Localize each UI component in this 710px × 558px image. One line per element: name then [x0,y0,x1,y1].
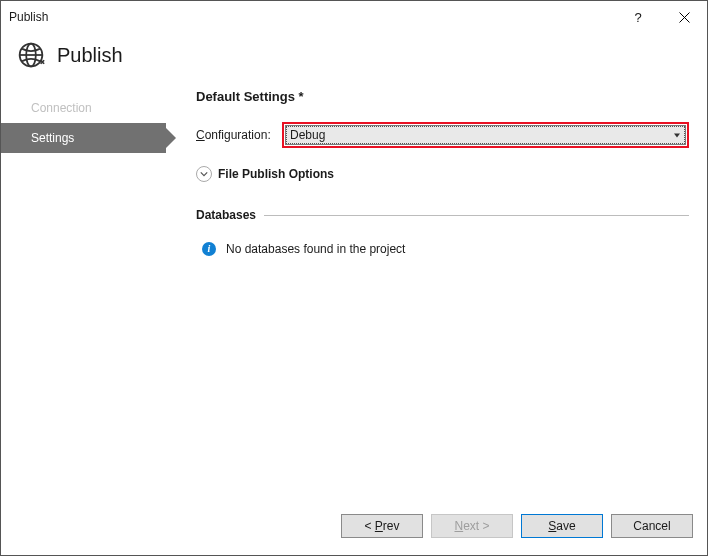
next-button: Next > [431,514,513,538]
sidebar-item-settings[interactable]: Settings [1,123,166,153]
dialog-footer: < Prev Next > Save Cancel [1,505,707,555]
configuration-highlight: Debug [282,122,689,148]
close-button[interactable] [661,1,707,33]
databases-message: No databases found in the project [226,242,405,256]
expander-toggle[interactable] [196,166,212,182]
configuration-row: Configuration: Debug [196,122,689,148]
sidebar-item-label: Settings [31,131,74,145]
file-publish-options-expander[interactable]: File Publish Options [196,166,689,182]
configuration-label: Configuration: [196,128,282,142]
divider [264,215,689,216]
globe-icon [17,41,45,69]
sidebar-item-connection: Connection [1,93,166,123]
publish-dialog: Publish ? Publish Connection Setting [0,0,708,556]
sidebar: Connection Settings [1,87,166,505]
sidebar-item-label: Connection [31,101,92,115]
expander-label: File Publish Options [218,167,334,181]
dialog-title: Publish [57,44,123,67]
dialog-body: Connection Settings Default Settings * C… [1,87,707,505]
titlebar: Publish ? [1,1,707,33]
chevron-down-icon [674,133,680,137]
dialog-header: Publish [1,33,707,87]
cancel-button[interactable]: Cancel [611,514,693,538]
configuration-value: Debug [290,128,325,142]
window-title: Publish [9,10,615,24]
chevron-down-icon [200,170,208,178]
content-pane: Default Settings * Configuration: Debug … [166,87,697,505]
info-icon: i [202,242,216,256]
close-icon [679,12,690,23]
section-title: Default Settings * [196,89,689,104]
prev-button[interactable]: < Prev [341,514,423,538]
help-button[interactable]: ? [615,1,661,33]
configuration-combobox[interactable]: Debug [285,125,686,145]
save-button[interactable]: Save [521,514,603,538]
databases-info: i No databases found in the project [196,242,689,256]
databases-label: Databases [196,208,256,222]
databases-section: Databases [196,208,689,222]
